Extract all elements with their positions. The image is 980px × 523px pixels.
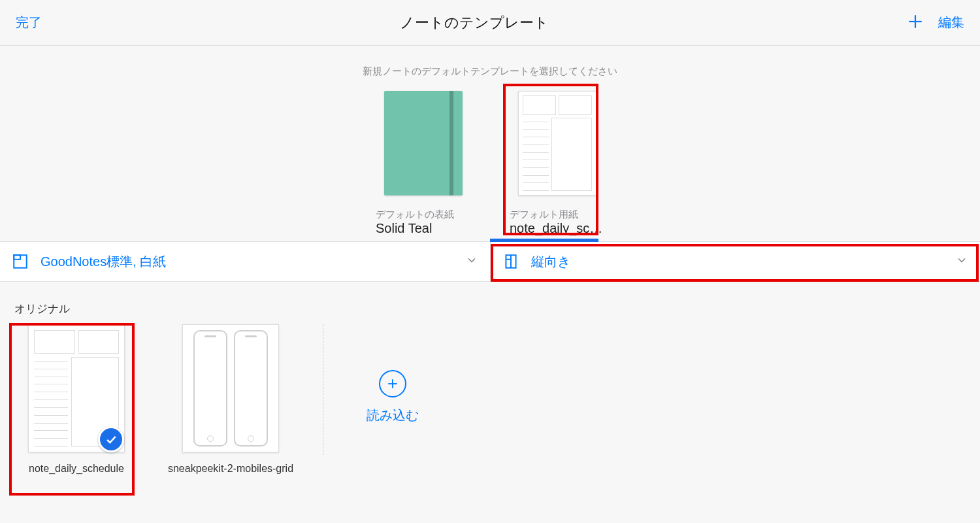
plus-icon <box>386 377 399 390</box>
orientation-label: 縦向き <box>531 253 570 271</box>
import-plus-circle <box>379 370 406 397</box>
default-cover-thumbnail <box>384 91 463 195</box>
page-title: ノートのテンプレート <box>42 13 907 33</box>
add-button[interactable] <box>907 13 924 33</box>
template-item-daily-schedule[interactable]: note_daily_schedule <box>14 324 139 475</box>
orientation-icon <box>502 253 519 270</box>
default-paper-label: デフォルト用紙 <box>510 209 578 221</box>
edit-button[interactable]: 編集 <box>938 14 964 31</box>
templates-row: note_daily_schedule sneakpeekit-2-mobile… <box>0 324 980 475</box>
defaults-row: デフォルトの表紙 Solid Teal デフォルト用紙 note_daily_s… <box>0 91 980 236</box>
section-title-original: オリジナル <box>14 301 980 316</box>
instruction-text: 新規ノートのデフォルトテンプレートを選択してください <box>0 65 980 78</box>
check-icon <box>105 433 118 446</box>
default-cover-item[interactable]: デフォルトの表紙 Solid Teal <box>376 91 470 236</box>
import-label: 読み込む <box>367 407 419 424</box>
default-cover-label: デフォルトの表紙 <box>376 209 454 221</box>
grid-icon <box>12 253 29 270</box>
default-cover-name: Solid Teal <box>376 221 432 236</box>
chevron-down-icon <box>465 254 478 269</box>
selected-check-badge <box>98 426 124 452</box>
template-label: sneakpeekit-2-mobiles-grid <box>168 463 293 475</box>
default-paper-name: note_daily_sche… <box>510 221 604 236</box>
paper-style-filter[interactable]: GoodNotes標準, 白紙 <box>0 242 490 281</box>
chevron-down-icon <box>955 254 968 269</box>
header-bar: 完了 ノートのテンプレート 編集 <box>0 0 980 46</box>
active-tab-indicator <box>490 239 598 242</box>
vertical-separator <box>323 324 323 455</box>
done-button[interactable]: 完了 <box>16 14 42 31</box>
paper-style-label: GoodNotes標準, 白紙 <box>41 253 166 271</box>
filter-bar: GoodNotes標準, 白紙 縦向き <box>0 241 980 282</box>
default-paper-thumbnail <box>518 91 596 195</box>
svg-rect-3 <box>14 255 20 260</box>
template-thumbnail <box>182 324 279 452</box>
default-paper-item[interactable]: デフォルト用紙 note_daily_sche… <box>510 91 604 236</box>
orientation-filter[interactable]: 縦向き <box>491 242 981 281</box>
import-button[interactable]: 読み込む <box>353 370 432 424</box>
template-label: note_daily_schedule <box>29 463 124 475</box>
template-item-mobiles-grid[interactable]: sneakpeekit-2-mobiles-grid <box>169 324 293 475</box>
plus-icon <box>907 13 924 30</box>
